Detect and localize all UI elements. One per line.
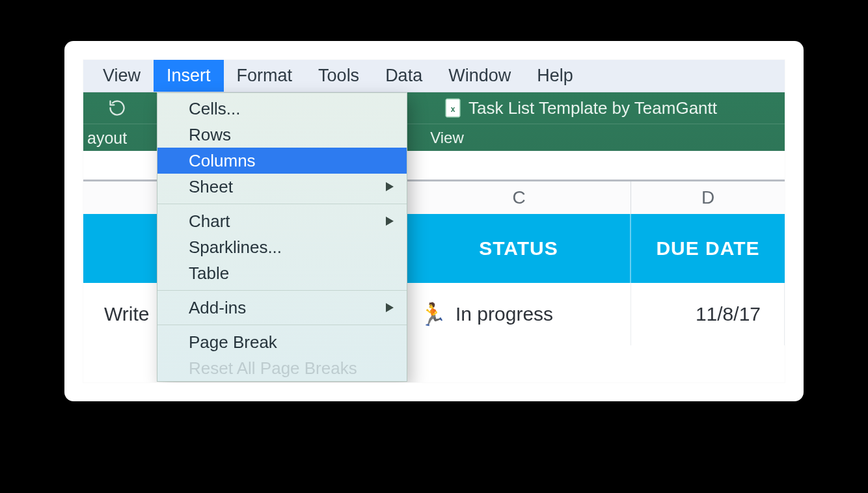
- ribbon-layout-label[interactable]: ayout: [87, 129, 127, 148]
- menu-insert[interactable]: Insert: [154, 60, 224, 92]
- menu-item-columns[interactable]: Columns: [157, 148, 407, 174]
- menu-tools[interactable]: Tools: [305, 60, 372, 92]
- cell-due-date[interactable]: 11/8/17: [631, 283, 785, 345]
- menu-item-chart[interactable]: Chart: [157, 208, 407, 234]
- svg-marker-5: [386, 303, 394, 312]
- menubar: View Insert Format Tools Data Window Hel…: [83, 60, 785, 92]
- column-header-c[interactable]: C: [407, 181, 631, 214]
- menu-item-reset-page-breaks[interactable]: Reset All Page Breaks: [157, 355, 407, 381]
- menu-item-sparklines[interactable]: Sparklines...: [157, 234, 407, 260]
- menu-data[interactable]: Data: [372, 60, 435, 92]
- column-header-d[interactable]: D: [631, 181, 785, 214]
- svg-marker-4: [386, 217, 394, 226]
- document-title: x Task List Template by TeamGantt: [445, 98, 717, 118]
- svg-marker-3: [386, 182, 394, 191]
- menu-separator: [157, 204, 407, 204]
- undo-icon[interactable]: [105, 96, 129, 120]
- table-header-status: STATUS: [407, 214, 631, 283]
- submenu-arrow-icon: [386, 182, 394, 191]
- menu-view[interactable]: View: [90, 60, 154, 92]
- cell-status[interactable]: 🏃 In progress: [407, 283, 631, 345]
- status-text: In progress: [455, 303, 553, 325]
- menu-item-page-break[interactable]: Page Break: [157, 329, 407, 355]
- menu-item-cells[interactable]: Cells...: [157, 96, 407, 122]
- menu-item-rows[interactable]: Rows: [157, 122, 407, 148]
- menu-separator: [157, 290, 407, 291]
- menu-separator: [157, 325, 407, 325]
- menu-item-sheet[interactable]: Sheet: [157, 174, 407, 200]
- document-title-text: Task List Template by TeamGantt: [468, 98, 717, 118]
- submenu-arrow-icon: [386, 303, 394, 312]
- menu-help[interactable]: Help: [524, 60, 586, 92]
- ribbon-view-tab[interactable]: View: [430, 129, 464, 147]
- menu-format[interactable]: Format: [224, 60, 306, 92]
- menu-window[interactable]: Window: [435, 60, 524, 92]
- table-header-due: DUE DATE: [631, 214, 785, 283]
- excel-file-icon: x: [445, 98, 461, 118]
- runner-icon: 🏃: [419, 303, 446, 325]
- insert-dropdown: Cells... Rows Columns Sheet Chart Sparkl…: [157, 92, 407, 382]
- menu-item-table[interactable]: Table: [157, 260, 407, 286]
- submenu-arrow-icon: [386, 217, 394, 226]
- svg-text:x: x: [451, 105, 455, 114]
- menu-item-addins[interactable]: Add-ins: [157, 295, 407, 321]
